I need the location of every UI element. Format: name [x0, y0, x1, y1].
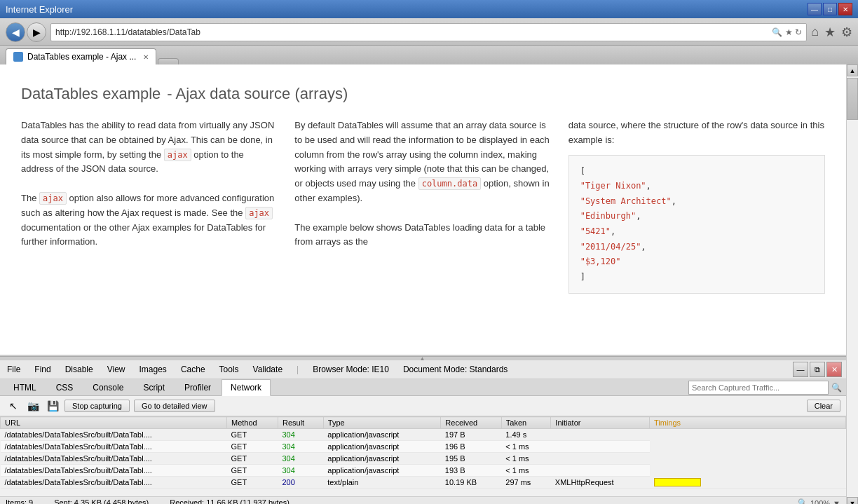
cell-url: /datatables/DataTablesSrc/built/DataTabl… [1, 429, 227, 441]
browser-tab-new[interactable] [158, 58, 179, 64]
tab-close-icon[interactable]: ✕ [143, 53, 149, 61]
table-header-row: URL Method Result Type Received Taken In… [1, 417, 846, 429]
devtools-minimize[interactable]: — [793, 362, 808, 377]
cell-timing [650, 477, 846, 489]
cell-taken: 1.49 s [501, 429, 551, 441]
zoom-level: 🔍 100% ▼ [798, 498, 840, 504]
export-icon[interactable]: 💾 [45, 398, 60, 414]
clear-button[interactable]: Clear [807, 400, 840, 412]
devtools-search: 🔍 [688, 381, 842, 395]
table-row[interactable]: /datatables/DataTablesSrc/built/DataTabl… [1, 429, 846, 441]
scroll-down-button[interactable]: ▼ [847, 497, 858, 504]
sent-size: Sent: 4.35 KB (4,458 bytes) [54, 498, 149, 504]
scroll-thumb[interactable] [847, 78, 858, 120]
tab-network[interactable]: Network [222, 379, 271, 396]
menu-validate[interactable]: Validate [250, 363, 285, 376]
menu-images[interactable]: Images [137, 363, 170, 376]
cell-method: GET [226, 441, 278, 453]
code-block: [ "Tiger Nixon", "System Architect", "Ed… [568, 155, 825, 294]
column-1: DataTables has the ability to read data … [21, 118, 278, 294]
cell-received: 193 B [441, 465, 501, 477]
col-received: Received [441, 417, 501, 429]
cell-received: 197 B [441, 429, 501, 441]
document-mode-label: Document Mode: Standards [400, 363, 510, 376]
cell-url: /datatables/DataTablesSrc/built/DataTabl… [1, 453, 227, 465]
received-size: Received: 11.66 KB (11,937 bytes) [170, 498, 290, 504]
zoom-arrow: ▼ [833, 499, 840, 505]
cell-taken: 297 ms [501, 477, 551, 489]
back-button[interactable]: ◀ [6, 22, 25, 42]
cell-type: application/javascript [323, 465, 441, 477]
capture-icon[interactable]: 📷 [25, 398, 41, 414]
cell-type: application/javascript [323, 453, 441, 465]
maximize-button[interactable]: □ [823, 3, 837, 15]
devtools-statusbar: Items: 9 Sent: 4.35 KB (4,458 bytes) Rec… [0, 496, 846, 504]
cell-result: 200 [278, 477, 323, 489]
forward-button[interactable]: ▶ [27, 22, 46, 42]
col-result: Result [278, 417, 323, 429]
col2-para2: The example below shows DataTables loadi… [294, 221, 551, 250]
browser-content: DataTables example - Ajax data source (a… [0, 64, 858, 504]
tab-script[interactable]: Script [134, 379, 174, 395]
cursor-icon[interactable]: ↖ [6, 398, 21, 414]
tab-favicon [13, 52, 23, 62]
menu-cache[interactable]: Cache [178, 363, 208, 376]
settings-icon[interactable]: ⚙ [841, 25, 852, 40]
col-taken: Taken [501, 417, 551, 429]
page-body: DataTables example - Ajax data source (a… [0, 64, 846, 355]
col2-para1: By default DataTables will assume that a… [294, 118, 551, 206]
column-2: By default DataTables will assume that a… [294, 118, 551, 294]
table-row[interactable]: /datatables/DataTablesSrc/built/DataTabl… [1, 477, 846, 489]
page-subtitle: - Ajax data source (arrays) [167, 85, 348, 102]
network-table-container[interactable]: URL Method Result Type Received Taken In… [0, 416, 846, 496]
go-to-detailed-view-button[interactable]: Go to detailed view [134, 400, 215, 412]
tab-profiler[interactable]: Profiler [175, 379, 220, 395]
menu-view[interactable]: View [104, 363, 128, 376]
table-row[interactable]: /datatables/DataTablesSrc/built/DataTabl… [1, 453, 846, 465]
menu-tools[interactable]: Tools [217, 363, 242, 376]
favorites-icon[interactable]: ★ [824, 25, 836, 40]
tab-bar: DataTables example - Ajax ... ✕ [0, 46, 858, 64]
tab-html[interactable]: HTML [4, 379, 46, 395]
close-button[interactable]: ✕ [838, 3, 852, 15]
scroll-up-button[interactable]: ▲ [847, 64, 858, 76]
cell-method: GET [226, 453, 278, 465]
cell-taken: < 1 ms [501, 453, 551, 465]
col-url: URL [1, 417, 227, 429]
cell-type: text/plain [323, 477, 441, 489]
stop-capturing-button[interactable]: Stop capturing [64, 400, 130, 412]
devtools-panel: ▲ File Find Disable View Images Cache To… [0, 355, 846, 504]
address-icons: 🔍 ★ ↻ [772, 27, 802, 37]
cell-url: /datatables/DataTablesSrc/built/DataTabl… [1, 477, 227, 489]
tab-console[interactable]: Console [83, 379, 132, 395]
table-row[interactable]: /datatables/DataTablesSrc/built/DataTabl… [1, 465, 846, 477]
network-table-body: /datatables/DataTablesSrc/built/DataTabl… [1, 429, 846, 489]
cell-method: GET [226, 465, 278, 477]
menu-file[interactable]: File [4, 363, 23, 376]
cell-method: GET [226, 429, 278, 441]
minimize-button[interactable]: — [808, 3, 822, 15]
home-icon[interactable]: ⌂ [811, 25, 819, 40]
devtools-restore[interactable]: ⧉ [810, 362, 825, 377]
page-scrollbar[interactable]: ▲ ▼ [846, 64, 858, 504]
table-row[interactable]: /datatables/DataTablesSrc/built/DataTabl… [1, 441, 846, 453]
menu-disable[interactable]: Disable [62, 363, 96, 376]
devtools-toolbar: ↖ 📷 💾 Stop capturing Go to detailed view… [0, 396, 846, 416]
col-initiator: Initiator [551, 417, 650, 429]
search-input[interactable] [688, 381, 829, 395]
devtools-close[interactable]: ✕ [826, 362, 842, 377]
cell-initiator: </td> <td data-name="cell-timing" data-i… [551, 465, 650, 477]
col-method: Method [226, 417, 278, 429]
tab-css[interactable]: CSS [47, 379, 83, 395]
column-data-badge: column.data [418, 177, 481, 190]
network-table: URL Method Result Type Received Taken In… [0, 416, 846, 489]
ajax-badge-1: ajax [164, 149, 191, 161]
address-bar[interactable]: http://192.168.1.11/datatables/DataTab 🔍… [50, 23, 807, 41]
browser-chrome: ◀ ▶ http://192.168.1.11/datatables/DataT… [0, 18, 858, 46]
column-3: data source, where the structure of the … [568, 118, 825, 294]
browser-tab-active[interactable]: DataTables example - Ajax ... ✕ [6, 48, 156, 64]
col1-para1: DataTables has the ability to read data … [21, 118, 278, 177]
menu-find[interactable]: Find [32, 363, 53, 376]
browser-mode-label: Browser Mode: IE10 [310, 363, 392, 376]
col1-para2: The ajax option also allows for more adv… [21, 191, 278, 250]
